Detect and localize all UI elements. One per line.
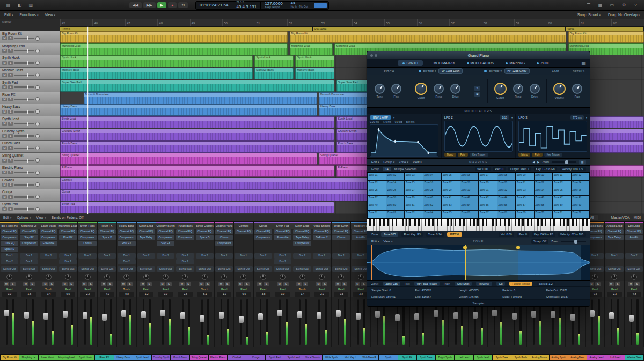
sample-zone[interactable]: Zone 10 xyxy=(535,173,553,180)
send-slot[interactable]: Bus 1 xyxy=(118,253,135,259)
pan-knob[interactable] xyxy=(143,274,149,280)
mute-button[interactable]: M xyxy=(2,195,7,199)
solo-button[interactable]: S xyxy=(8,146,13,150)
automation-mode[interactable]: Read xyxy=(605,287,624,292)
track-header[interactable]: Electric Piano M S xyxy=(0,165,60,178)
mute-button[interactable]: M xyxy=(2,98,7,101)
plugin-slot[interactable]: Chorus xyxy=(78,241,96,246)
output-slot[interactable]: Stereo Out xyxy=(176,266,194,272)
sample-zone[interactable]: Zone 72 xyxy=(572,211,590,218)
output-slot[interactable]: Stereo Out xyxy=(40,266,57,272)
solo-button[interactable]: S xyxy=(615,282,620,286)
plugin-slot[interactable]: Compressor xyxy=(20,241,38,246)
arrangement-marker[interactable]: Verse xyxy=(566,27,644,31)
pitch-toggle-button[interactable]: PITCH xyxy=(447,232,462,237)
channel-strip[interactable]: Lofi Lead Channel EQAutoFltr Bus 2 Stere… xyxy=(625,222,644,347)
loop-start-field[interactable]: Loop Start: 189401 xyxy=(371,295,411,298)
solo-button[interactable]: S xyxy=(8,85,13,89)
fader-cap[interactable] xyxy=(317,312,321,319)
send-slot[interactable]: Bus 1 xyxy=(235,253,252,259)
pan-knob[interactable] xyxy=(35,85,40,90)
mute-button[interactable]: M xyxy=(4,282,9,286)
inspector-icon[interactable]: ◧ xyxy=(16,3,24,8)
send-slot[interactable]: Bus 2 xyxy=(625,253,643,259)
fader-cap[interactable] xyxy=(453,312,458,319)
volume-slider[interactable] xyxy=(14,38,34,39)
tune-field[interactable]: Tune: 0.14 xyxy=(426,232,444,237)
sample-zone[interactable]: Zone 45 xyxy=(516,196,534,203)
solo-button[interactable]: S xyxy=(264,282,269,286)
pan-knob[interactable] xyxy=(163,274,169,280)
pan-knob[interactable] xyxy=(202,274,208,280)
track-header[interactable]: Synth Hook M S xyxy=(0,55,60,68)
audio-region[interactable]: String Quartet xyxy=(60,153,317,165)
sample-zone[interactable]: Zone 36 xyxy=(572,188,590,195)
zone-select[interactable]: Zone 035 xyxy=(381,232,398,237)
track-name-chip[interactable]: Crunchy Synth xyxy=(152,355,170,360)
solo-button[interactable]: S xyxy=(322,282,327,286)
output-slot[interactable]: Stereo Out xyxy=(313,266,331,272)
plugin-slot[interactable]: Channel EQ xyxy=(118,229,135,234)
volume-slider[interactable] xyxy=(14,123,34,124)
volume-slider[interactable] xyxy=(14,111,34,113)
scroll-right-icon[interactable]: ▶ xyxy=(537,160,539,164)
mapping-menu[interactable]: View▾ xyxy=(413,160,422,164)
track-header[interactable]: Massive Bass M S xyxy=(0,68,60,80)
sample-zone[interactable]: Zone 03 xyxy=(405,173,423,180)
fader-cap[interactable] xyxy=(219,312,224,319)
forward-button[interactable]: ▶▶ xyxy=(143,2,156,8)
mute-button[interactable]: M xyxy=(2,49,7,53)
solo-button[interactable]: S xyxy=(244,282,250,286)
automation-mode[interactable]: Read xyxy=(332,287,350,292)
pan-knob[interactable] xyxy=(319,274,325,280)
mute-button[interactable]: M xyxy=(2,73,7,77)
arrangement-marker[interactable]: Chorus xyxy=(60,27,313,31)
sample-zone[interactable]: Zone 20 xyxy=(497,181,516,188)
audio-region[interactable]: E-Piano xyxy=(60,165,334,177)
plugin-slot[interactable]: Channel EQ xyxy=(313,229,331,234)
plugin-slot[interactable]: Compressor xyxy=(254,235,272,240)
mute-button[interactable]: M xyxy=(257,282,262,286)
plugin-slot[interactable]: Channel EQ xyxy=(137,229,155,234)
fader-track[interactable] xyxy=(611,299,612,345)
sample-zone[interactable]: Zone 40 xyxy=(423,196,442,203)
sample-waveform-display[interactable] xyxy=(367,245,590,281)
channel-strip[interactable]: Vocal Shouts Channel EQDeEsser 2 Bus 1 S… xyxy=(312,222,332,347)
list-icon[interactable]: ☰ xyxy=(584,3,592,8)
fader-cap[interactable] xyxy=(239,316,244,323)
audio-region[interactable]: Synth Hook xyxy=(295,55,334,67)
fader-track[interactable] xyxy=(201,299,203,345)
pan-knob[interactable] xyxy=(123,274,129,280)
sample-zone[interactable]: Zone 01 xyxy=(368,173,386,180)
solo-button[interactable]: S xyxy=(30,282,35,286)
solo-button[interactable]: S xyxy=(186,282,191,286)
solo-button[interactable]: S xyxy=(8,61,13,65)
automation-mode[interactable]: Read xyxy=(175,287,194,292)
pan-knob[interactable] xyxy=(35,182,40,187)
mute-button[interactable]: M xyxy=(238,282,243,286)
fader-track[interactable] xyxy=(221,299,222,345)
track-header[interactable]: Punch Bass M S xyxy=(0,141,60,153)
output-slot[interactable]: Stereo Out xyxy=(254,266,272,272)
send-slot[interactable]: Bus 1 xyxy=(59,253,77,259)
track-header[interactable]: Heavy Bass M S xyxy=(0,104,60,116)
track-name-chip[interactable]: Bright Synth xyxy=(436,355,454,360)
fader-cap[interactable] xyxy=(297,311,302,318)
solo-button[interactable]: S xyxy=(283,282,289,286)
sample-zone[interactable]: Zone 26 xyxy=(386,188,405,195)
audio-region[interactable]: Synth Pad xyxy=(60,202,334,213)
track-name-chip[interactable]: Electric Piano xyxy=(209,355,227,360)
fader-cap[interactable] xyxy=(121,310,126,317)
audio-region[interactable]: Big Room Kit xyxy=(290,31,567,43)
sample-zone[interactable]: Zone 21 xyxy=(516,181,534,188)
plugin-slot[interactable]: Ensemble xyxy=(274,235,291,240)
zone-menu[interactable]: Edit▾ xyxy=(371,240,379,243)
pan-knob[interactable] xyxy=(280,274,286,280)
playhead[interactable] xyxy=(87,27,88,214)
fader-cap[interactable] xyxy=(43,313,48,320)
automation-mode[interactable]: Touch xyxy=(292,287,311,292)
plugin-slot[interactable]: Compressor xyxy=(215,241,233,246)
plugin-slot[interactable]: Tube EQ xyxy=(1,241,18,246)
plugin-slot[interactable]: Space D xyxy=(1,247,18,252)
pan-knob[interactable] xyxy=(182,274,188,280)
